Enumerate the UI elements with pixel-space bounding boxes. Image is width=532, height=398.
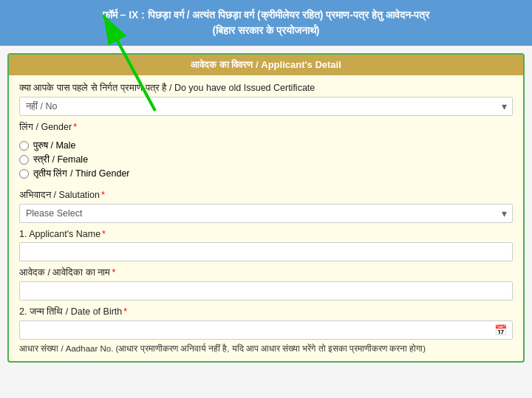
gender-male-label: पुरुष / Male (33, 140, 76, 151)
salutation-select-wrapper: Please Select (19, 204, 513, 223)
header-line1: फॉर्म – IX : पिछड़ा वर्ग / अत्यंत पिछड़ा… (15, 7, 517, 23)
dob-input[interactable] (19, 320, 513, 340)
gender-third-radio[interactable] (19, 169, 29, 179)
applicant-name-hindi-required: * (112, 267, 115, 278)
dob-label: 2. जन्म तिथि / Date of Birth* (19, 306, 513, 318)
old-certificate-select[interactable]: नहीं / No (19, 97, 513, 116)
dob-input-wrapper: 📅 (19, 320, 513, 340)
gender-label: लिंग / Gender* (19, 122, 513, 133)
gender-radio-group: पुरुष / Male स्त्री / Female तृतीय लिंग … (19, 136, 513, 184)
gender-required: * (73, 122, 77, 132)
main-form-card: आवेदक का विवरण / Applicant's Detail क्या… (7, 53, 525, 363)
applicant-name-label: 1. Applicant's Name* (19, 229, 513, 239)
section-header: आवेदक का विवरण / Applicant's Detail (9, 55, 523, 75)
dob-required: * (123, 306, 127, 317)
gender-female-label: स्त्री / Female (33, 154, 88, 165)
applicant-name-hindi-label: आवेदक / आवेदिका का नाम* (19, 267, 513, 278)
salutation-select[interactable]: Please Select (19, 204, 513, 223)
old-certificate-select-wrapper: नहीं / No (19, 97, 513, 116)
old-certificate-label: क्या आपके पास पहले से निर्गत प्रमाण-पत्र… (19, 83, 513, 94)
applicant-name-input[interactable] (19, 242, 513, 261)
gender-male[interactable]: पुरुष / Male (19, 140, 513, 151)
applicant-name-hindi-input[interactable] (19, 281, 513, 301)
salutation-label: अभिवादन / Salutation* (19, 190, 513, 201)
gender-third[interactable]: तृतीय लिंग / Third Gender (19, 168, 513, 179)
header-line2: (बिहार सरकार के प्रयोजनार्थ) (15, 23, 517, 38)
gender-female[interactable]: स्त्री / Female (19, 154, 513, 165)
gender-third-label: तृतीय लिंग / Third Gender (33, 168, 130, 179)
gender-male-radio[interactable] (19, 141, 29, 151)
gender-female-radio[interactable] (19, 155, 29, 165)
aadhar-note: आधार संख्या / Aadhaar No. (आधार प्रमाणीक… (9, 344, 523, 354)
page-header: फॉर्म – IX : पिछड़ा वर्ग / अत्यंत पिछड़ा… (0, 0, 532, 46)
applicant-name-required: * (102, 229, 106, 239)
salutation-required: * (101, 190, 105, 200)
